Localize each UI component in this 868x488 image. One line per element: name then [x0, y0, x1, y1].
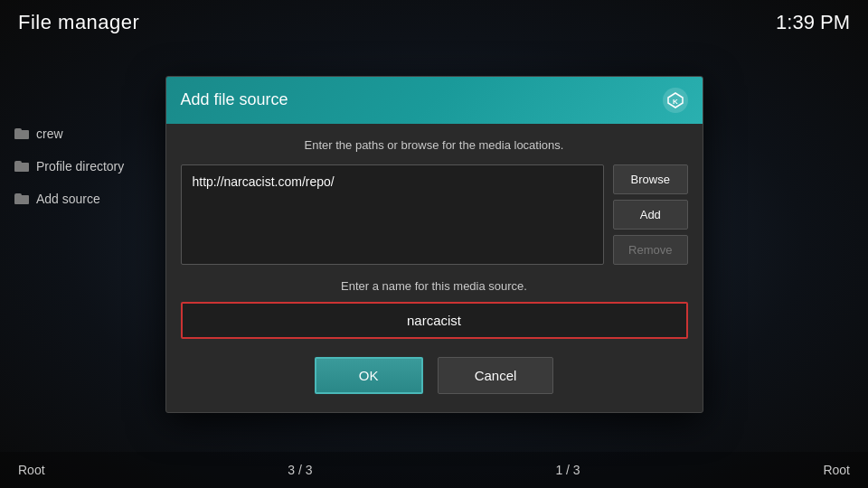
name-label: Enter a name for this media source. [181, 279, 688, 293]
path-section: http://narcacist.com/repo/ Browse Add Re… [181, 164, 688, 265]
remove-button[interactable]: Remove [613, 235, 687, 265]
add-file-source-dialog: Add file source K Enter the paths or bro… [165, 76, 703, 413]
name-input[interactable] [181, 302, 688, 339]
add-button[interactable]: Add [613, 200, 687, 230]
svg-text:K: K [673, 98, 678, 106]
modal-backdrop: Add file source K Enter the paths or bro… [0, 0, 868, 488]
kodi-svg: K [666, 91, 684, 109]
modal-body: Enter the paths or browse for the media … [166, 124, 703, 412]
browse-button[interactable]: Browse [613, 164, 687, 194]
modal-title: Add file source [181, 90, 288, 109]
path-input-area[interactable]: http://narcacist.com/repo/ [181, 164, 605, 265]
cancel-button[interactable]: Cancel [438, 357, 554, 394]
path-value: http://narcacist.com/repo/ [193, 174, 335, 189]
modal-subtitle: Enter the paths or browse for the media … [181, 138, 688, 152]
kodi-logo-icon: K [663, 88, 688, 113]
modal-footer: OK Cancel [181, 357, 688, 398]
modal-header: Add file source K [166, 77, 703, 124]
path-buttons: Browse Add Remove [613, 164, 687, 265]
ok-button[interactable]: OK [315, 357, 423, 394]
